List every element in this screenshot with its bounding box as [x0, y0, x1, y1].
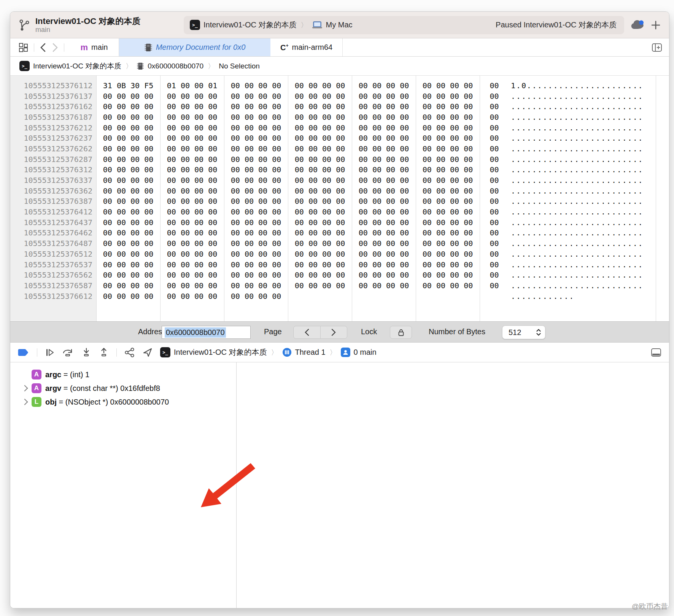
- hex-group[interactable]: 00 00 00 00: [288, 281, 352, 290]
- memory-row[interactable]: 10555312537618700 00 00 0000 00 00 0000 …: [10, 112, 669, 122]
- hex-group[interactable]: 00: [480, 281, 509, 290]
- hex-group[interactable]: 00 00 00 00: [352, 92, 416, 101]
- hex-group[interactable]: 00 00 00 00: [160, 260, 224, 269]
- hex-group[interactable]: 00 00 00 00: [352, 239, 416, 248]
- hex-group[interactable]: 00 00 00 00: [224, 176, 288, 185]
- memory-row[interactable]: 10555312537643700 00 00 0000 00 00 0000 …: [10, 217, 669, 228]
- memory-row[interactable]: 10555312537633700 00 00 0000 00 00 0000 …: [10, 175, 669, 186]
- ascii-cell[interactable]: .........................: [511, 175, 644, 186]
- hex-group[interactable]: 00 00 00 00: [416, 218, 480, 227]
- hex-group[interactable]: 00 00 00 00: [224, 186, 288, 195]
- memory-row[interactable]: 10555312537613700 00 00 0000 00 00 0000 …: [10, 91, 669, 102]
- hex-group[interactable]: 00 00 00 00: [96, 249, 160, 259]
- hex-group[interactable]: 00 00 00 00: [160, 239, 224, 248]
- hex-group[interactable]: 00: [480, 207, 509, 216]
- hex-group[interactable]: 00 00 00 00: [416, 207, 480, 216]
- hex-group[interactable]: 00: [480, 133, 509, 143]
- ascii-cell[interactable]: .........................: [511, 196, 644, 207]
- back-icon[interactable]: [40, 43, 46, 52]
- scheme-selector[interactable]: >_ Interview01-OC 对象的本质 〉 My Mac: [190, 20, 496, 30]
- related-items-icon[interactable]: [19, 43, 29, 52]
- hex-group[interactable]: 00 00 00 00: [352, 270, 416, 279]
- ascii-cell[interactable]: .........................: [511, 186, 644, 196]
- memory-row[interactable]: 10555312537656200 00 00 0000 00 00 0000 …: [10, 270, 669, 280]
- hex-group[interactable]: 00: [480, 165, 509, 174]
- hex-group[interactable]: 00 00 00 00: [416, 197, 480, 206]
- hex-group[interactable]: 00: [480, 228, 509, 237]
- hex-group[interactable]: 00 00 00 00: [288, 92, 352, 101]
- ascii-cell[interactable]: .........................: [511, 143, 644, 154]
- scheme-name[interactable]: Interview01-OC 对象的本质: [203, 20, 297, 30]
- hex-group[interactable]: 00 00 00 00: [288, 155, 352, 164]
- hex-group[interactable]: 00: [480, 102, 509, 111]
- hex-group[interactable]: 00 00 00 00: [96, 92, 160, 101]
- hex-group[interactable]: 00 00 00 00: [224, 292, 288, 301]
- simulate-location-icon[interactable]: [143, 348, 153, 357]
- jumpbar-project[interactable]: Interview01-OC 对象的本质: [33, 61, 121, 71]
- ascii-cell[interactable]: .........................: [511, 249, 644, 259]
- tab-main-arm64[interactable]: C+ main-arm64: [270, 38, 343, 56]
- hex-group[interactable]: 00 00 00 00: [352, 155, 416, 164]
- hex-group[interactable]: 00 00 00 00: [224, 102, 288, 111]
- memory-row[interactable]: 10555312537631200 00 00 0000 00 00 0000 …: [10, 165, 669, 175]
- hex-group[interactable]: 00: [480, 144, 509, 153]
- memory-row[interactable]: 10555312537661200 00 00 0000 00 00 0000 …: [10, 291, 669, 302]
- hex-group[interactable]: 00 00 00 00: [288, 249, 352, 259]
- hex-group[interactable]: 00: [480, 260, 509, 269]
- hex-group[interactable]: 00 00 00 00: [96, 228, 160, 237]
- hex-group[interactable]: 00 00 00 00: [160, 133, 224, 143]
- page-next-button[interactable]: [321, 326, 347, 338]
- ascii-cell[interactable]: ............: [511, 291, 574, 302]
- hex-group[interactable]: 00 00 00 00: [416, 81, 480, 90]
- hex-group[interactable]: 00 00 00 00: [224, 249, 288, 259]
- hex-group[interactable]: 00 00 00 00: [416, 144, 480, 153]
- hex-group[interactable]: 00: [480, 197, 509, 206]
- hex-group[interactable]: 00 00 00 00: [96, 281, 160, 290]
- bytes-select[interactable]: 512: [502, 325, 545, 339]
- hex-group[interactable]: 00 00 00 00: [160, 123, 224, 132]
- variable-row[interactable]: Lobj = (NSObject *) 0x6000008b0070: [10, 395, 236, 409]
- hex-group[interactable]: 00 00 00 00: [96, 260, 160, 269]
- hex-group[interactable]: 00 00 00 00: [416, 133, 480, 143]
- hex-group[interactable]: 00 00 00 00: [96, 123, 160, 132]
- hex-group[interactable]: 00 00 00 00: [96, 207, 160, 216]
- address-input[interactable]: 0x6000008b0070: [162, 326, 251, 339]
- hex-group[interactable]: 00 00 00 00: [416, 249, 480, 259]
- memory-row[interactable]: 10555312537658700 00 00 0000 00 00 0000 …: [10, 280, 669, 291]
- hex-group[interactable]: 00 00 00 00: [352, 144, 416, 153]
- hex-group[interactable]: 00: [480, 123, 509, 132]
- hex-group[interactable]: 00 00 00 00: [416, 270, 480, 279]
- memory-row[interactable]: 10555312537638700 00 00 0000 00 00 0000 …: [10, 196, 669, 207]
- ascii-cell[interactable]: .........................: [511, 238, 644, 249]
- jumpbar-selection[interactable]: No Selection: [219, 62, 260, 70]
- hex-group[interactable]: 00 00 00 00: [224, 113, 288, 122]
- hex-group[interactable]: 00 00 00 00: [160, 292, 224, 301]
- tab-memory-document[interactable]: Memory Document for 0x0: [119, 38, 270, 56]
- hex-group[interactable]: 00 00 00 00: [224, 165, 288, 174]
- hex-group[interactable]: 00 00 00 00: [160, 176, 224, 185]
- hex-group[interactable]: 00 00 00 00: [160, 113, 224, 122]
- debug-process[interactable]: Interview01-OC 对象的本质: [174, 347, 267, 357]
- hex-group[interactable]: 00 00 00 00: [288, 270, 352, 279]
- cloud-sync-icon[interactable]: [629, 19, 645, 31]
- hex-group[interactable]: 00 00 00 00: [160, 144, 224, 153]
- memory-row[interactable]: 10555312537651200 00 00 0000 00 00 0000 …: [10, 249, 669, 259]
- hex-group[interactable]: 00 00 00 00: [416, 260, 480, 269]
- hex-group[interactable]: 00 00 00 00: [288, 176, 352, 185]
- ascii-cell[interactable]: .........................: [511, 112, 644, 122]
- hex-group[interactable]: 00 00 00 00: [288, 239, 352, 248]
- hex-group[interactable]: 00 00 00 00: [352, 281, 416, 290]
- hex-group[interactable]: 00 00 00 00: [96, 292, 160, 301]
- memory-row[interactable]: 10555312537628700 00 00 0000 00 00 0000 …: [10, 154, 669, 165]
- variable-row[interactable]: Aargv = (const char **) 0x16fdfebf8: [10, 381, 236, 395]
- forward-icon[interactable]: [52, 43, 59, 52]
- memory-row[interactable]: 10555312537626200 00 00 0000 00 00 0000 …: [10, 143, 669, 154]
- ascii-cell[interactable]: .........................: [511, 91, 644, 102]
- hex-group[interactable]: 00 00 00 00: [352, 249, 416, 259]
- hex-group[interactable]: 00 00 00 00: [224, 207, 288, 216]
- hex-group[interactable]: 00 00 00 00: [160, 92, 224, 101]
- hex-group[interactable]: 00: [480, 92, 509, 101]
- hex-group[interactable]: 00 00 00 00: [96, 239, 160, 248]
- hex-group[interactable]: 00 00 00 00: [352, 260, 416, 269]
- hex-group[interactable]: 00: [480, 186, 509, 195]
